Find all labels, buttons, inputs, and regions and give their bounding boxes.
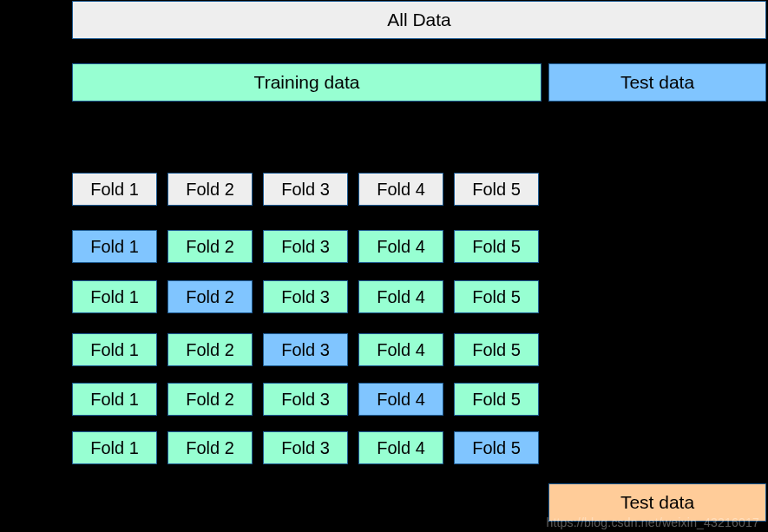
fold-header-cell: Fold 5 <box>454 173 539 206</box>
fold-header-cell: Fold 1 <box>72 173 157 206</box>
fold-cell-train: Fold 4 <box>358 280 443 313</box>
fold-cell-train: Fold 2 <box>167 431 253 464</box>
fold-cell-validation: Fold 5 <box>454 431 539 464</box>
fold-cell-train: Fold 1 <box>72 383 157 416</box>
fold-header-row: Fold 1 Fold 2 Fold 3 Fold 4 Fold 5 <box>72 173 539 206</box>
fold-cell-train: Fold 4 <box>358 431 443 464</box>
fold-cell-train: Fold 2 <box>167 383 253 416</box>
test-data-box-top: Test data <box>548 63 766 102</box>
training-data-box: Training data <box>72 63 542 102</box>
fold-cell-validation: Fold 1 <box>72 230 157 263</box>
fold-cell-train: Fold 4 <box>358 230 443 263</box>
fold-cell-train: Fold 2 <box>167 230 253 263</box>
all-data-box: All Data <box>72 1 766 39</box>
fold-cell-validation: Fold 3 <box>263 333 348 366</box>
fold-cell-validation: Fold 2 <box>167 280 253 313</box>
fold-cell-train: Fold 5 <box>454 333 539 366</box>
fold-cell-train: Fold 3 <box>263 280 348 313</box>
fold-header-cell: Fold 4 <box>358 173 443 206</box>
fold-cell-train: Fold 4 <box>358 333 443 366</box>
fold-cell-train: Fold 1 <box>72 431 157 464</box>
fold-cell-train: Fold 5 <box>454 280 539 313</box>
fold-cell-train: Fold 1 <box>72 333 157 366</box>
watermark-text: https://blog.csdn.net/weixin_43216017 <box>546 516 759 529</box>
split-row-2: Fold 1 Fold 2 Fold 3 Fold 4 Fold 5 <box>72 280 539 313</box>
split-row-1: Fold 1 Fold 2 Fold 3 Fold 4 Fold 5 <box>72 230 539 263</box>
split-row-5: Fold 1 Fold 2 Fold 3 Fold 4 Fold 5 <box>72 431 539 464</box>
split-row-4: Fold 1 Fold 2 Fold 3 Fold 4 Fold 5 <box>72 383 539 416</box>
fold-header-cell: Fold 2 <box>167 173 253 206</box>
fold-cell-train: Fold 2 <box>167 333 253 366</box>
fold-header-cell: Fold 3 <box>263 173 348 206</box>
fold-cell-train: Fold 3 <box>263 431 348 464</box>
fold-cell-train: Fold 1 <box>72 280 157 313</box>
fold-cell-validation: Fold 4 <box>358 383 443 416</box>
fold-cell-train: Fold 3 <box>263 230 348 263</box>
fold-cell-train: Fold 5 <box>454 383 539 416</box>
split-row-3: Fold 1 Fold 2 Fold 3 Fold 4 Fold 5 <box>72 333 539 366</box>
fold-cell-train: Fold 3 <box>263 383 348 416</box>
fold-cell-train: Fold 5 <box>454 230 539 263</box>
